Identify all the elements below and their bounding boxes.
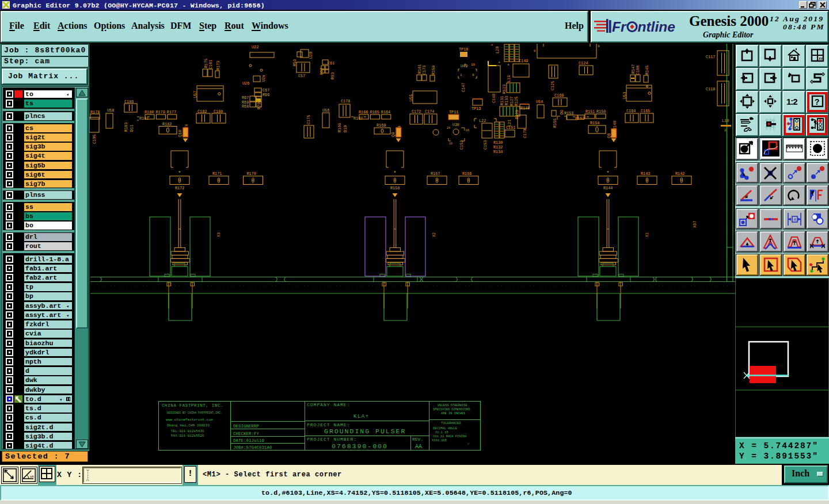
svg-text:C174: C174 <box>425 109 434 114</box>
svg-text:16: 16 <box>466 129 469 132</box>
svg-text:R166: R166 <box>359 110 368 114</box>
svg-text:R154: R154 <box>590 121 599 125</box>
svg-text:R144: R144 <box>603 186 613 190</box>
svg-text:2: 2 <box>724 128 727 132</box>
svg-text:Fr: Fr <box>612 19 627 35</box>
svg-text:DESIGNERRP: DESIGNERRP <box>233 424 260 429</box>
svg-text:R158: R158 <box>390 186 400 190</box>
svg-text:R125: R125 <box>514 97 519 106</box>
svg-text:R129: R129 <box>515 110 519 119</box>
svg-text:R164: R164 <box>381 110 390 114</box>
svg-text:X2: X2 <box>432 232 436 237</box>
svg-text:a: a <box>394 170 396 174</box>
svg-text:R151: R151 <box>585 109 595 114</box>
svg-text:Q8: Q8 <box>607 133 611 138</box>
svg-text:2: 2 <box>491 44 493 47</box>
svg-text:R127: R127 <box>509 97 514 106</box>
svg-text:COMPANY NAME:: COMPANY NAME: <box>307 402 350 407</box>
svg-text:0768390-000: 0768390-000 <box>332 442 388 450</box>
svg-text:R168: R168 <box>377 123 386 128</box>
svg-text:24: 24 <box>447 127 450 130</box>
svg-text:C149: C149 <box>519 59 528 63</box>
svg-text:X3: X3 <box>216 232 221 237</box>
svg-text:XXX±.005: XXX±.005 <box>432 439 447 442</box>
svg-text:R131: R131 <box>500 96 504 105</box>
svg-text:R172: R172 <box>175 186 184 190</box>
svg-text:D10: D10 <box>343 125 348 132</box>
svg-text:R140: R140 <box>520 106 530 110</box>
svg-text:R159: R159 <box>431 66 436 75</box>
svg-text:C117: C117 <box>706 55 715 59</box>
svg-text:www.chinafastprint.com: www.chinafastprint.com <box>166 418 213 422</box>
svg-text:TEL:021-81285430: TEL:021-81285430 <box>171 429 204 433</box>
svg-text:C170: C170 <box>523 129 527 138</box>
svg-text:C181: C181 <box>208 60 213 69</box>
svg-text:KLA+: KLA+ <box>353 414 370 419</box>
svg-text:R161: R161 <box>417 64 422 74</box>
svg-text:C67: C67 <box>263 88 269 93</box>
svg-text:R177: R177 <box>167 110 176 114</box>
svg-text:ok: ok <box>30 475 35 479</box>
svg-text:C105: C105 <box>92 135 97 144</box>
svg-text:C178: C178 <box>341 99 350 104</box>
svg-text:PROJECT NUMBER:: PROJECT NUMBER: <box>307 437 357 442</box>
svg-text:9: 9 <box>472 73 474 77</box>
svg-text:R156: R156 <box>462 171 471 176</box>
svg-text:C169: C169 <box>554 93 564 98</box>
svg-text:R132: R132 <box>493 145 503 150</box>
svg-text:AA: AA <box>415 444 422 450</box>
svg-text:XY: XY <box>819 57 823 61</box>
svg-text:R133: R133 <box>504 96 509 105</box>
svg-text:1:2: 1:2 <box>786 97 797 106</box>
svg-text:a: a <box>607 170 609 174</box>
svg-text:8: 8 <box>464 63 466 67</box>
svg-text:C180: C180 <box>214 109 223 114</box>
svg-text:R143: R143 <box>641 171 650 176</box>
svg-text:R123: R123 <box>502 85 507 94</box>
svg-text:CHINA FASTPRINT, INC.: CHINA FASTPRINT, INC. <box>162 403 223 408</box>
svg-text:+: + <box>498 60 500 65</box>
svg-text:R142: R142 <box>675 171 685 176</box>
svg-text:D11: D11 <box>130 125 134 132</box>
svg-text:DECIMAL ANGLE: DECIMAL ANGLE <box>433 427 457 430</box>
svg-text:D9: D9 <box>560 110 564 114</box>
svg-text:✓: ✓ <box>467 442 470 446</box>
svg-text:R169: R169 <box>337 123 342 132</box>
svg-text:C124: C124 <box>579 61 588 66</box>
svg-text:X1: X1 <box>645 232 649 237</box>
svg-text:C153: C153 <box>483 140 488 150</box>
svg-text:TP10: TP10 <box>459 47 468 52</box>
svg-text:?: ? <box>815 98 819 107</box>
svg-text:R70: R70 <box>257 102 261 109</box>
svg-text:C188: C188 <box>636 66 640 75</box>
svg-text:SPECIFIED DIMENSIONS: SPECIFIED DIMENSIONS <box>433 408 470 411</box>
svg-text:U20: U20 <box>309 52 313 59</box>
svg-text:DESIGNED BY CHINA FASTPRINT,IN: DESIGNED BY CHINA FASTPRINT,INC. <box>167 411 222 415</box>
svg-text:9: 9 <box>598 44 600 48</box>
svg-text:C173: C173 <box>422 66 427 75</box>
svg-text:R157: R157 <box>431 171 440 176</box>
svg-text:C175: C175 <box>306 115 311 124</box>
svg-text:R175: R175 <box>204 59 208 68</box>
svg-text:R173: R173 <box>216 61 220 70</box>
svg-text:DATE:01Jul19: DATE:01Jul19 <box>233 438 264 443</box>
svg-text:TP13: TP13 <box>471 106 481 111</box>
svg-text:U58: U58 <box>107 108 114 113</box>
svg-text:R147: R147 <box>631 64 636 74</box>
svg-text:U30: U30 <box>452 123 459 127</box>
svg-text:R145: R145 <box>645 66 649 75</box>
svg-text:JOB#:57G4C031A0: JOB#:57G4C031A0 <box>233 445 272 450</box>
svg-text:L19: L19 <box>507 75 511 82</box>
svg-text:C151: C151 <box>506 125 515 130</box>
svg-text:10: 10 <box>449 142 452 146</box>
svg-text:R63: R63 <box>330 72 335 79</box>
svg-text:+: + <box>507 63 509 67</box>
svg-text:U56: U56 <box>322 108 329 113</box>
svg-text:R130: R130 <box>493 140 503 145</box>
svg-text:C165: C165 <box>641 109 650 113</box>
svg-text:C172: C172 <box>412 109 421 114</box>
svg-text:FAX:021-81285520: FAX:021-81285520 <box>171 434 204 438</box>
svg-text:ARE IN INCHES: ARE IN INCHES <box>441 412 465 415</box>
svg-text:U26: U26 <box>242 81 249 86</box>
svg-text:R165: R165 <box>370 110 379 114</box>
